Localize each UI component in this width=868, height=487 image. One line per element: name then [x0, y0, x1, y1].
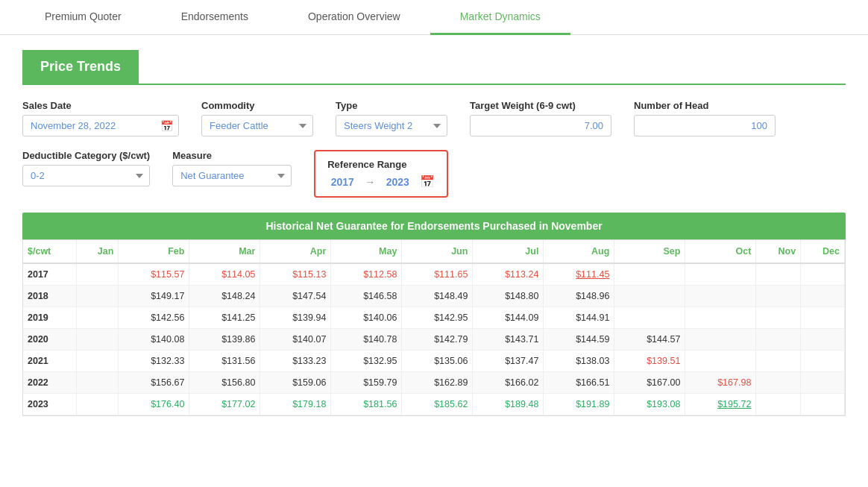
- cell-may: $146.58: [331, 286, 402, 307]
- cell-jan: [76, 286, 118, 307]
- reference-range-inner: 2017 → 2023 📅: [327, 175, 435, 189]
- cell-nov: [756, 394, 801, 415]
- price-trends-header-bar: Price Trends: [22, 50, 846, 84]
- cell-jun: $162.89: [402, 372, 473, 394]
- historical-table: $/cwt Jan Feb Mar Apr May Jun Jul Aug Se…: [23, 240, 845, 415]
- cell-year: 2022: [23, 372, 76, 394]
- cell-jun: $185.62: [402, 394, 473, 415]
- cell-may: $132.95: [331, 351, 402, 372]
- cell-jun: $142.95: [402, 307, 473, 329]
- main-content: Price Trends Sales Date 📅 Commodity Feed…: [0, 35, 868, 431]
- table-row: 2020$140.08$139.86$140.07$140.78$142.79$…: [23, 329, 845, 351]
- table-header-row: $/cwt Jan Feb Mar Apr May Jun Jul Aug Se…: [23, 240, 845, 263]
- cell-feb: $132.33: [119, 351, 189, 372]
- cell-jun: $135.06: [402, 351, 473, 372]
- price-trends-title: Price Trends: [22, 50, 139, 84]
- reference-range-box: Reference Range 2017 → 2023 📅: [314, 150, 448, 198]
- cell-sep: [614, 307, 685, 329]
- cell-year: 2020: [23, 329, 76, 351]
- cell-aug: $144.91: [544, 307, 614, 329]
- deductible-select[interactable]: 0-2: [22, 165, 150, 186]
- cell-year: 2017: [23, 263, 76, 286]
- tab-premium-quoter[interactable]: Premium Quoter: [15, 0, 151, 35]
- cell-mar: $148.24: [189, 286, 260, 307]
- cell-sep: $193.08: [614, 394, 685, 415]
- cell-feb: $142.56: [119, 307, 189, 329]
- cell-may: $159.79: [331, 372, 402, 394]
- type-label: Type: [336, 100, 447, 111]
- cell-sep: [614, 263, 685, 286]
- cell-jan: [76, 351, 118, 372]
- ref-year-start: 2017: [327, 176, 357, 188]
- col-header-jan: Jan: [76, 240, 118, 263]
- measure-group: Measure Net Guarantee: [172, 150, 292, 186]
- cell-mar: $141.25: [189, 307, 260, 329]
- table-row: 2018$149.17$148.24$147.54$146.58$148.49$…: [23, 286, 845, 307]
- col-header-feb: Feb: [119, 240, 189, 263]
- commodity-select[interactable]: Feeder Cattle: [201, 115, 313, 136]
- col-header-aug: Aug: [544, 240, 614, 263]
- sales-date-input[interactable]: [22, 115, 179, 136]
- cell-dec: [801, 394, 845, 415]
- target-weight-input[interactable]: [470, 115, 611, 136]
- cell-oct: [685, 329, 756, 351]
- col-header-dec: Dec: [801, 240, 845, 263]
- reference-range-calendar-icon[interactable]: 📅: [420, 175, 435, 189]
- cell-aug: $166.51: [544, 372, 614, 394]
- cell-mar: $114.05: [189, 263, 260, 286]
- cell-may: $140.78: [331, 329, 402, 351]
- cell-dec: [801, 263, 845, 286]
- tab-market-dynamics[interactable]: Market Dynamics: [430, 0, 570, 35]
- sales-date-input-wrapper[interactable]: 📅: [22, 115, 179, 136]
- cell-mar: $139.86: [189, 329, 260, 351]
- table-section: Historical Net Guarantee for Endorsement…: [22, 213, 846, 416]
- cell-apr: $140.07: [260, 329, 331, 351]
- cell-feb: $140.08: [119, 329, 189, 351]
- col-header-jun: Jun: [402, 240, 473, 263]
- deductible-group: Deductible Category ($/cwt) 0-2: [22, 150, 150, 186]
- cell-oct: [685, 263, 756, 286]
- deductible-label: Deductible Category ($/cwt): [22, 150, 150, 161]
- target-weight-group: Target Weight (6-9 cwt): [470, 100, 611, 136]
- cell-nov: [756, 307, 801, 329]
- cell-apr: $179.18: [260, 394, 331, 415]
- cell-nov: [756, 286, 801, 307]
- col-header-sep: Sep: [614, 240, 685, 263]
- commodity-label: Commodity: [201, 100, 313, 111]
- cell-oct: [685, 351, 756, 372]
- cell-oct: $195.72: [685, 394, 756, 415]
- cell-jan: [76, 372, 118, 394]
- table-wrapper[interactable]: $/cwt Jan Feb Mar Apr May Jun Jul Aug Se…: [22, 239, 846, 416]
- tab-endorsements[interactable]: Endorsements: [151, 0, 278, 35]
- col-header-jul: Jul: [473, 240, 544, 263]
- table-row: 2021$132.33$131.56$133.23$132.95$135.06$…: [23, 351, 845, 372]
- cell-aug: $191.89: [544, 394, 614, 415]
- cell-jun: $148.49: [402, 286, 473, 307]
- header-divider: [22, 84, 846, 85]
- num-head-input[interactable]: [634, 115, 776, 136]
- table-title: Historical Net Guarantee for Endorsement…: [22, 213, 846, 239]
- measure-select[interactable]: Net Guarantee: [172, 165, 292, 186]
- cell-dec: [801, 329, 845, 351]
- cell-jan: [76, 307, 118, 329]
- cell-oct: $167.98: [685, 372, 756, 394]
- cell-feb: $156.67: [119, 372, 189, 394]
- measure-label: Measure: [172, 150, 292, 161]
- num-head-group: Number of Head: [634, 100, 776, 136]
- type-group: Type Steers Weight 2: [336, 100, 447, 136]
- arrow-icon: →: [365, 176, 375, 188]
- cell-dec: [801, 286, 845, 307]
- cell-apr: $115.13: [260, 263, 331, 286]
- cell-year: 2021: [23, 351, 76, 372]
- form-row-1: Sales Date 📅 Commodity Feeder Cattle Typ…: [22, 100, 846, 136]
- cell-feb: $115.57: [119, 263, 189, 286]
- col-header-may: May: [331, 240, 402, 263]
- cell-nov: [756, 372, 801, 394]
- tab-operation-overview[interactable]: Operation Overview: [278, 0, 430, 35]
- cell-aug: $111.45: [544, 263, 614, 286]
- cell-year: 2018: [23, 286, 76, 307]
- cell-jul: $144.09: [473, 307, 544, 329]
- cell-oct: [685, 307, 756, 329]
- type-select[interactable]: Steers Weight 2: [336, 115, 447, 136]
- cell-jul: $189.48: [473, 394, 544, 415]
